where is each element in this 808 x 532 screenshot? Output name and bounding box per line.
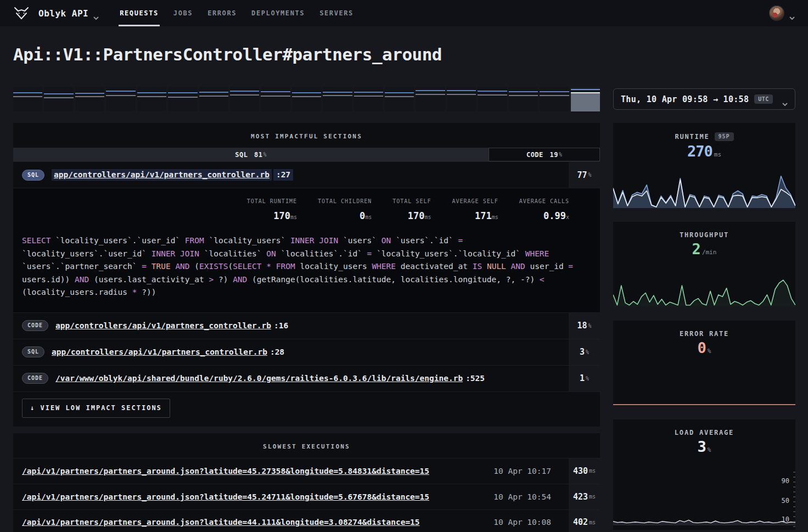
nav-item-jobs[interactable]: JOBS	[173, 0, 193, 26]
timeline-cell[interactable]	[509, 87, 538, 111]
view-low-impact-button[interactable]: ↓ VIEW LOW IMPACT SECTIONS	[22, 399, 170, 418]
line-number: :27	[273, 169, 293, 181]
runtime-header: RUNTIME 95P	[613, 123, 795, 141]
timeline-cell[interactable]	[478, 87, 507, 111]
code-segment-label: CODE	[526, 151, 543, 159]
timeline-strip	[13, 87, 600, 111]
section-row-sql-28[interactable]: SQL app/controllers/api/v1/partners_cont…	[13, 339, 600, 365]
throughput-chart	[613, 267, 795, 307]
timeline-cell[interactable]	[44, 87, 73, 111]
nav-item-errors[interactable]: ERRORS	[207, 0, 237, 26]
line-number: :525	[465, 374, 485, 383]
line-number: :28	[270, 348, 284, 356]
execution-url-link[interactable]: /api/v1/partners/partners_around.json?la…	[22, 467, 429, 475]
load-average-chart: 90 50 10	[613, 475, 795, 525]
timeline-cell[interactable]	[385, 87, 414, 111]
user-menu[interactable]	[769, 5, 795, 21]
throughput-header: THROUGHPUT	[613, 222, 795, 239]
metrics-column: Thu, 10 Apr 09:58 → 10:58 UTC RUNTIME 95…	[613, 87, 795, 530]
chevron-down-icon	[93, 12, 99, 15]
file-link[interactable]: app/controllers/api/v1/partners_controll…	[52, 348, 267, 356]
runtime-chart	[613, 168, 795, 208]
error-rate-metric-card: ERROR RATE 0%	[613, 321, 795, 406]
timeline-cell[interactable]	[230, 87, 259, 111]
impactful-sections-card: MOST IMPACTFUL SECTIONS SQL 81% CODE 19%…	[13, 123, 600, 427]
timeline-cell[interactable]	[261, 87, 290, 111]
section-stats: TOTAL RUNTIME170msTOTAL CHILDREN0msTOTAL…	[22, 198, 591, 221]
error-rate-label: ERROR RATE	[680, 330, 729, 338]
section-type-badge: CODE	[22, 373, 48, 384]
stat-total-children: TOTAL CHILDREN0ms	[318, 198, 372, 221]
throughput-value: 2/min	[613, 240, 795, 257]
execution-row[interactable]: /api/v1/partners/partners_around.json?la…	[13, 509, 600, 532]
timeline-cell[interactable]	[416, 87, 445, 111]
timeline-cell[interactable]	[137, 87, 166, 111]
section-row-engine-525[interactable]: CODE /var/www/oblyk/api/shared/bundle/ru…	[13, 365, 600, 391]
execution-runtime: 430ms	[569, 458, 600, 484]
timeline-cell[interactable]	[106, 87, 135, 111]
section-row-sql-27[interactable]: SQL app/controllers/api/v1/partners_cont…	[13, 161, 600, 188]
app-logo-fox-icon[interactable]	[13, 6, 30, 20]
execution-row[interactable]: /api/v1/partners/partners_around.json?la…	[13, 458, 600, 484]
stat-average-calls: AVERAGE CALLS0.99x	[519, 198, 569, 221]
time-range-selector[interactable]: Thu, 10 Apr 09:58 → 10:58 UTC	[613, 88, 795, 110]
execution-row[interactable]: /api/v1/partners/partners_around.json?la…	[13, 484, 600, 509]
load-average-metric-card: LOAD AVERAGE 3% 90 50 10	[613, 419, 795, 530]
chevron-down-icon	[782, 98, 788, 101]
top-bar: Oblyk API REQUESTSJOBSERRORSDEPLOYMENTSS…	[0, 0, 808, 26]
slowest-executions-card: SLOWEST EXECUTIONS /api/v1/partners/part…	[13, 433, 600, 532]
timeline-cell[interactable]	[13, 87, 42, 111]
timeline-cell[interactable]	[540, 87, 569, 111]
impact-percent: 18%	[569, 313, 600, 339]
y-axis-tick-10: 10	[782, 516, 789, 523]
sql-segment-label: SQL	[235, 151, 248, 159]
file-link[interactable]: app/controllers/api/v1/partners_controll…	[55, 321, 271, 330]
percentile-badge[interactable]: 95P	[715, 132, 734, 141]
runtime-value: 270ms	[613, 143, 795, 160]
sql-query: SELECT `locality_users`.`user_id` FROM `…	[22, 234, 579, 299]
executions-card-title: SLOWEST EXECUTIONS	[13, 433, 600, 458]
timeline-cell[interactable]	[199, 87, 228, 111]
nav-item-deployments[interactable]: DEPLOYMENTS	[251, 0, 305, 26]
impact-percent: 1%	[569, 366, 600, 391]
load-average-header: LOAD AVERAGE	[613, 419, 795, 436]
nav-item-servers[interactable]: SERVERS	[319, 0, 354, 26]
execution-runtime: 402ms	[569, 510, 600, 532]
stat-total-runtime: TOTAL RUNTIME170ms	[247, 198, 297, 221]
timeline-cell[interactable]	[292, 87, 321, 111]
nav-item-requests[interactable]: REQUESTS	[120, 0, 159, 26]
execution-time: 10 Apr 10:54	[493, 492, 560, 501]
app-switcher[interactable]: Oblyk API	[38, 8, 99, 19]
execution-url-link[interactable]: /api/v1/partners/partners_around.json?la…	[22, 518, 420, 527]
timeline-cell[interactable]	[354, 87, 383, 111]
timeline-cell[interactable]	[323, 87, 352, 111]
error-rate-value: 0%	[613, 339, 795, 356]
page-title: Api::V1::PartnersController#partners_aro…	[13, 44, 795, 64]
code-share-segment[interactable]: CODE 19%	[489, 148, 600, 161]
stat-total-self: TOTAL SELF170ms	[392, 198, 431, 221]
file-link[interactable]: app/controllers/api/v1/partners_controll…	[52, 169, 272, 181]
file-link[interactable]: /var/www/oblyk/api/shared/bundle/ruby/2.…	[55, 374, 463, 383]
timeline-cell[interactable]	[168, 87, 197, 111]
sql-share-segment[interactable]: SQL 81%	[13, 148, 489, 161]
line-number: :16	[274, 321, 288, 330]
section-row-code-16[interactable]: CODE app/controllers/api/v1/partners_con…	[13, 312, 600, 339]
impact-percent: 77%	[569, 162, 600, 188]
load-average-value: 3%	[613, 438, 795, 455]
error-rate-header: ERROR RATE	[613, 321, 795, 338]
timezone-badge: UTC	[754, 94, 773, 104]
runtime-metric-card: RUNTIME 95P 270ms	[613, 123, 795, 208]
main-column: MOST IMPACTFUL SECTIONS SQL 81% CODE 19%…	[13, 87, 600, 532]
timeline-cell-selected[interactable]	[571, 87, 600, 111]
timeline-cell[interactable]	[75, 87, 104, 111]
user-avatar[interactable]	[769, 5, 784, 21]
time-range-label: Thu, 10 Apr 09:58 → 10:58	[621, 94, 749, 104]
timeline-cell[interactable]	[447, 87, 476, 111]
execution-time: 10 Apr 10:08	[493, 518, 560, 527]
throughput-metric-card: THROUGHPUT 2/min	[613, 222, 795, 307]
load-average-label: LOAD AVERAGE	[675, 429, 734, 436]
app-name: Oblyk API	[38, 8, 88, 19]
sections-footer: ↓ VIEW LOW IMPACT SECTIONS	[13, 391, 600, 427]
execution-url-link[interactable]: /api/v1/partners/partners_around.json?la…	[22, 492, 429, 501]
content: MOST IMPACTFUL SECTIONS SQL 81% CODE 19%…	[0, 87, 808, 532]
